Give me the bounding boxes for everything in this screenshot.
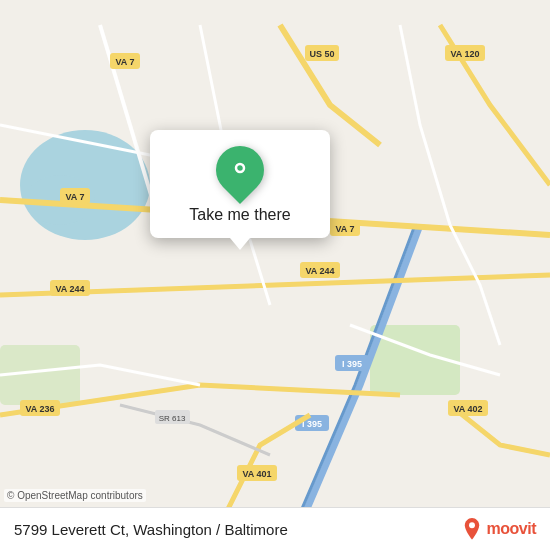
svg-text:VA 244: VA 244 (305, 266, 334, 276)
svg-point-31 (469, 522, 475, 528)
svg-text:I 395: I 395 (342, 359, 362, 369)
take-me-there-button[interactable]: Take me there (189, 206, 290, 224)
moovit-pin-icon (461, 518, 483, 540)
bottom-bar: 5799 Leverett Ct, Washington / Baltimore… (0, 507, 550, 550)
svg-text:VA 7: VA 7 (65, 192, 84, 202)
copyright-text: © OpenStreetMap contributors (4, 489, 146, 502)
moovit-text: moovit (487, 520, 536, 538)
svg-text:SR 613: SR 613 (159, 414, 186, 423)
map-pin (206, 136, 274, 204)
svg-text:VA 402: VA 402 (453, 404, 482, 414)
svg-text:VA 7: VA 7 (335, 224, 354, 234)
svg-point-30 (236, 164, 244, 172)
popup-card: Take me there (150, 130, 330, 238)
address-text: 5799 Leverett Ct, Washington / Baltimore (14, 521, 288, 538)
roads-svg: I 395 I 395 VA 7 VA 7 VA 244 VA 244 US 5… (0, 0, 550, 550)
moovit-logo: moovit (461, 518, 536, 540)
svg-text:VA 7: VA 7 (115, 57, 134, 67)
pin-icon (228, 158, 252, 182)
svg-text:US 50: US 50 (309, 49, 334, 59)
svg-text:VA 120: VA 120 (450, 49, 479, 59)
svg-text:VA 244: VA 244 (55, 284, 84, 294)
svg-text:VA 401: VA 401 (242, 469, 271, 479)
map-container: I 395 I 395 VA 7 VA 7 VA 244 VA 244 US 5… (0, 0, 550, 550)
svg-text:VA 236: VA 236 (25, 404, 54, 414)
